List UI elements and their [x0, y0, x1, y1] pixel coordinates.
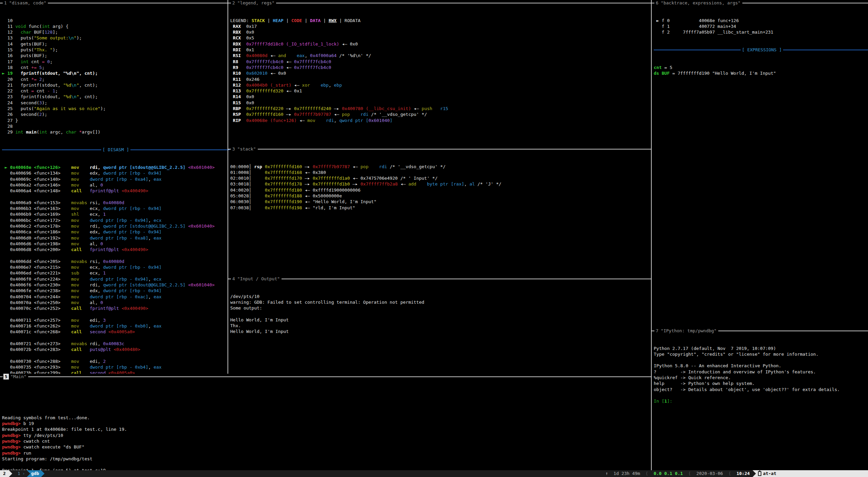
pane-legend-regs[interactable]: LEGEND: STACK | HEAP | CODE | DATA | RWX…	[228, 6, 653, 146]
terminal-line: pwndbg> tty /dev/pts/10	[2, 432, 653, 438]
terminal-line: pwndbg> run	[2, 450, 653, 456]
terminal-line: R13 0x7fffffffd320 ◂— 0x1	[230, 88, 653, 94]
terminal-line: 27 }	[2, 118, 230, 123]
chevron-separator-icon: ›	[22, 470, 25, 477]
border-line	[652, 3, 654, 3]
window-tab-gdb[interactable]: gdb	[30, 470, 41, 477]
terminal-line: 20 cnt *= 2;	[2, 76, 230, 82]
pane-border-disasm-code: 1"disasm, code"	[0, 0, 228, 6]
border-line	[282, 279, 651, 279]
terminal-line: 0x4006d6 <func+198> mov al, 0	[2, 241, 230, 247]
terminal-line: 04:0020│ 0x7fffffffd180 ◂— 0xffffd190000…	[230, 187, 653, 193]
terminal-line: 28	[2, 123, 230, 129]
terminal-line: pwndbg> cwatch cnt	[2, 438, 653, 444]
terminal-line: 29 int main(int argc, char *argv[])	[2, 129, 230, 135]
terminal-line	[2, 353, 230, 358]
terminal-line: 0x4006d8 <func+200> call fprintf@plt <0x…	[2, 247, 230, 252]
terminal-line	[2, 335, 230, 341]
pane-title: "disasm, code"	[7, 0, 48, 6]
terminal-line: RIP 0x40068e (func+126) ◂— mov rdi, qwor…	[230, 118, 653, 123]
pane-number: 3	[232, 146, 236, 152]
terminal-line: 0x40071c <func+268> call second <0x4005a…	[2, 329, 230, 335]
terminal-line: 0x4006f0 <func+224> mov dword ptr [rbp -…	[2, 276, 230, 282]
terminal-line: help -> Python's own help system.	[654, 381, 868, 386]
terminal-line: pwndbg> cwatch execute "ds BUF"	[2, 444, 653, 450]
terminal-line: RDX 0x7ffff7dd18c0 (_IO_stdfile_1_lock) …	[230, 41, 653, 47]
terminal-line: 0x4006a4 <func+148> call fprintf@plt <0x…	[2, 188, 230, 194]
disasm-section-divider: [ DISASM ]	[2, 147, 230, 153]
terminal-line: 0x4006b9 <func+169> shl ecx, 1	[2, 211, 230, 217]
terminal-line: 0x400730 <func+288> mov edi, 2	[2, 358, 230, 364]
powerline-arrow-icon	[9, 470, 12, 477]
pane-border-backtrace: 6"backtrace, expressions, args"	[652, 0, 868, 6]
pane-title: "backtrace, expressions, args"	[659, 0, 742, 6]
terminal-line: 06:0030│ 0x7fffffffd190 ◂— "Hello World,…	[230, 199, 653, 205]
terminal-line: f 1 400772 main+34	[654, 23, 868, 29]
terminal-line: 02:0010│ 0x7fffffffd170 —▸ 0x7fffffffd1a…	[230, 175, 653, 181]
status-left: 2 1 › gdb	[0, 470, 44, 477]
terminal-line: RAX 0x17	[230, 23, 653, 29]
terminal-line: 0x4006a9 <func+153> movabs rsi, 0x40080d	[2, 200, 230, 206]
pane-ipython[interactable]: Python 2.7.17 (default, Nov 7 2019, 10:0…	[652, 334, 868, 470]
window-index[interactable]: 1	[18, 470, 20, 477]
terminal-line: 10	[2, 18, 230, 23]
terminal-line: object? -> Details about 'object', use '…	[654, 387, 868, 392]
pane-number: 4	[232, 276, 236, 282]
stack-lines: 00:0000│ rsp 0x7fffffffd160 —▸ 0x7ffff7b…	[230, 164, 653, 211]
terminal-line: pwndbg> b 19	[2, 421, 653, 426]
terminal-line: R8 0x7ffff7fcb4c0 ◂— 0x7ffff7fcb4c0	[230, 59, 653, 65]
border-line	[0, 3, 3, 3]
pane-title: "stack"	[236, 146, 258, 152]
terminal-line: R11 0x246	[230, 76, 653, 82]
pane-io[interactable]: /dev/pts/10warning: GDB: Failed to set c…	[228, 282, 653, 374]
terminal-line: Some output:	[230, 305, 653, 311]
battery-icon	[758, 471, 761, 476]
terminal-line: 0x4006b3 <func+163> mov ecx, dword ptr […	[2, 206, 230, 211]
terminal-line: 0x400735 <func+293> mov dword ptr [rbp -…	[2, 364, 230, 370]
terminal-line: 0x4006dd <func+205> movabs rsi, 0x40080d	[2, 259, 230, 264]
pane-title: "Main"	[9, 374, 28, 379]
terminal-line: RSP 0x7fffffffd160 —▸ 0x7ffff7b97787 ◂— …	[230, 111, 653, 117]
border-line	[276, 3, 651, 3]
status-date: 2020-03-06	[694, 470, 726, 477]
source-code-lines: 10 11 void func(int arg) { 12 char BUF[1…	[2, 18, 230, 135]
terminal-line	[2, 252, 230, 258]
terminal-line: Breakpoint 1, func (arg=5) at test.c:19	[2, 467, 653, 470]
terminal-line: 0x400696 <func+134> mov edx, dword ptr […	[2, 170, 230, 176]
pane-border-io: 4"Input / Output"	[228, 276, 651, 282]
session-index[interactable]: 2	[0, 470, 9, 477]
terminal-line: 0x4006bc <func+172> mov dword ptr [rbp -…	[2, 217, 230, 223]
terminal-line: 0x40073b <func+299> call second <0x4005a…	[2, 370, 230, 374]
hostname: at-at	[763, 470, 776, 477]
terminal-line: Thx.	[230, 323, 653, 329]
pane-disasm-code[interactable]: 10 11 void func(int arg) { 12 char BUF[1…	[0, 6, 230, 374]
pane-title: "legend, regs"	[236, 0, 276, 6]
pane-stack[interactable]: 00:0000│ rsp 0x7fffffffd160 —▸ 0x7ffff7b…	[228, 152, 653, 276]
terminal-line: 23 fprintf(stdout, "%d\n", cnt);	[2, 94, 230, 100]
terminal-line: warning: GDB: Failed to set controlling …	[230, 299, 653, 305]
terminal-line: 0x4006ed <func+221> sub ecx, 1	[2, 270, 230, 276]
pane-backtrace-expressions[interactable]: ► f 0 40068e func+126 f 1 400772 main+34…	[652, 6, 868, 328]
terminal-line	[2, 311, 230, 317]
pane-number-active: 5	[3, 374, 9, 379]
border-line	[228, 149, 231, 149]
pane-main-gdb[interactable]: Reading symbols from test...done.pwndbg>…	[0, 379, 653, 470]
disassembly-lines: ► 0x40068e <func+126> mov rdi, qword ptr…	[2, 164, 230, 374]
divider-line	[783, 50, 868, 50]
terminal-line: 0x40072b <func+283> call puts@plt <0x400…	[2, 347, 230, 352]
terminal-line: 05:0028│ 0x7fffffffd188 ◂— 0x50000000e	[230, 193, 653, 199]
terminal-line: 07:0038│ 0x7fffffffd198 ◂— "rld, I'm Inp…	[230, 205, 653, 211]
expressions-section-title: [ EXPRESSIONS ]	[741, 47, 783, 53]
pane-number: 7	[655, 328, 659, 334]
terminal-line	[2, 462, 653, 467]
terminal-line: RBP 0x7fffffffd220 —▸ 0x7fffffffd240 —▸ …	[230, 106, 653, 111]
border-line	[228, 3, 231, 3]
register-lines: LEGEND: STACK | HEAP | CODE | DATA | RWX…	[230, 18, 653, 123]
terminal-line: Reading symbols from test...done.	[2, 415, 653, 421]
terminal-line: RDI 0x1	[230, 47, 653, 53]
terminal-line: IPython 5.8.0 -- An enhanced Interactive…	[654, 363, 868, 369]
terminal-line: 0x40070a <func+250> mov al, 0	[2, 300, 230, 305]
status-time: 10:24	[734, 470, 753, 477]
terminal-line: ► 19 fprintf(stdout, "%d\n", cnt);	[2, 70, 230, 76]
tmux-status-bar: 2 1 › gdb ↑ 1d 23h 49m ⟨ 0.0 0.1 0.1 ⟨ 2…	[0, 470, 868, 477]
